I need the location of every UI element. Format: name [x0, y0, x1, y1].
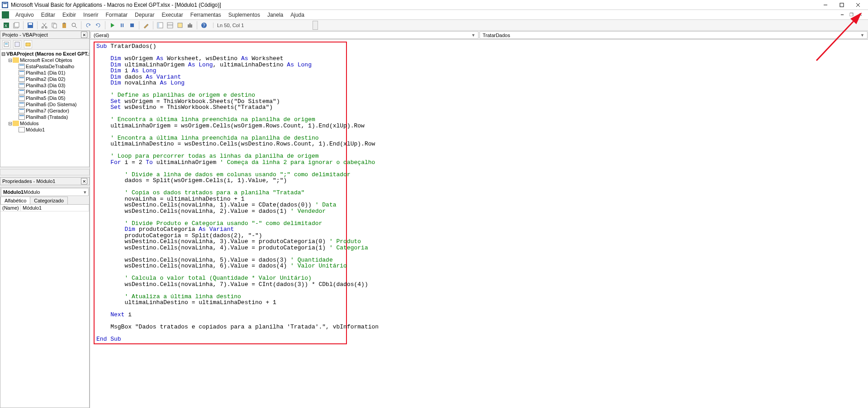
view-code-button[interactable]	[2, 40, 10, 48]
code-line[interactable]	[96, 147, 344, 154]
paste-button[interactable]	[60, 21, 69, 30]
undo-button[interactable]	[84, 21, 93, 30]
maximize-button[interactable]	[834, 0, 850, 10]
code-line[interactable]: ' Loop para percorrer todas as linhas da…	[96, 153, 344, 159]
property-row[interactable]: (Name) Módulo1	[0, 205, 89, 211]
menu-ajuda[interactable]: Ajuda	[287, 11, 308, 19]
code-line[interactable]	[96, 214, 344, 220]
code-line[interactable]: Dim produtoCategoria As Variant	[96, 226, 344, 233]
code-line[interactable]: ultimaLinhaOrigem = wsOrigem.Cells(wsOri…	[96, 123, 344, 129]
horizontal-scrollbar[interactable]	[0, 169, 90, 175]
tree-sheet-item[interactable]: Planilha4 (Dia 04)	[1, 89, 88, 95]
collapse-icon[interactable]: ⊟	[8, 57, 13, 63]
procedure-dropdown[interactable]: TratarDados ▼	[479, 31, 868, 39]
code-line[interactable]: Sub TratarDados()	[96, 43, 344, 50]
tree-module[interactable]: Módulo1	[1, 127, 88, 133]
code-line[interactable]	[96, 111, 344, 117]
toggle-folders-button[interactable]	[24, 40, 32, 48]
code-line[interactable]: Dim dados As Variant	[96, 74, 344, 80]
code-line[interactable]	[96, 184, 344, 190]
code-line[interactable]: dados = Split(wsOrigem.Cells(i, 1).Value…	[96, 178, 344, 184]
properties-object-combo[interactable]: Módulo1 Módulo ▾	[1, 188, 89, 196]
menu-suplementos[interactable]: Suplementos	[225, 11, 264, 19]
toolbar-combo-handle[interactable]	[313, 21, 318, 30]
code-line[interactable]: ' Copia os dados tratados para a planilh…	[96, 190, 344, 196]
tree-project-root[interactable]: ⊟ VBAProject (Macros no Excel GPT.xlsx)	[1, 51, 88, 57]
cut-button[interactable]	[40, 21, 49, 30]
code-line[interactable]	[96, 269, 344, 276]
project-explorer-button[interactable]	[156, 21, 165, 30]
find-button[interactable]	[70, 21, 79, 30]
code-line[interactable]: Dim novaLinha As Long	[96, 80, 344, 86]
view-excel-button[interactable]: X	[2, 21, 11, 30]
code-line[interactable]: wsDestino.Cells(novaLinha, 7).Value = CI…	[96, 281, 344, 288]
tree-sheet-item[interactable]: Planilha2 (Dia 02)	[1, 76, 88, 82]
object-browser-button[interactable]	[175, 21, 185, 30]
code-line[interactable]	[96, 50, 344, 56]
code-line[interactable]: ' Divide a linha de dados em colunas usa…	[96, 172, 344, 178]
code-line[interactable]: ' Calcula o valor total (Quantidade * Va…	[96, 275, 344, 281]
code-line[interactable]: ' Divide Produto e Categoria usando "-" …	[96, 220, 344, 227]
tab-categorizado[interactable]: Categorizado	[30, 197, 67, 204]
tree-sheet-item[interactable]: Planilha6 (Do Sistema)	[1, 101, 88, 108]
code-line[interactable]	[96, 318, 344, 324]
menu-depurar[interactable]: Depurar	[131, 11, 158, 19]
tab-alfabetico[interactable]: Alfabético	[0, 197, 30, 204]
code-line[interactable]	[96, 306, 344, 312]
insert-module-button[interactable]	[12, 21, 21, 30]
menu-janela[interactable]: Janela	[264, 11, 287, 19]
copy-button[interactable]	[50, 21, 59, 30]
code-line[interactable]: Next i	[96, 312, 344, 318]
code-line[interactable]: wsDestino.Cells(novaLinha, 3).Value = pr…	[96, 239, 344, 245]
break-button[interactable]	[118, 21, 127, 30]
tree-sheet-item[interactable]: EstaPastaDeTrabalho	[1, 63, 88, 70]
project-panel-close-icon[interactable]: ✕	[81, 32, 87, 38]
code-line[interactable]: produtoCategoria = Split(dados(2), "-")	[96, 233, 344, 239]
menu-editar[interactable]: Editar	[38, 11, 59, 19]
mdi-close-icon[interactable]: ✕	[857, 12, 863, 18]
properties-grid[interactable]: (Name) Módulo1	[0, 205, 89, 408]
code-line[interactable]	[96, 129, 344, 135]
close-button[interactable]	[850, 0, 866, 10]
help-button[interactable]: ?	[199, 21, 209, 30]
tree-sheet-item[interactable]: Planilha3 (Dia 03)	[1, 82, 88, 89]
code-line[interactable]: Dim wsOrigem As Worksheet, wsDestino As …	[96, 56, 344, 62]
code-editor[interactable]: Sub TratarDados() Dim wsOrigem As Worksh…	[90, 40, 868, 408]
code-line[interactable]: ' Define as planilhas de origem e destin…	[96, 92, 344, 98]
design-mode-button[interactable]	[142, 21, 151, 30]
mdi-minimize-icon[interactable]: ━	[839, 12, 845, 18]
code-line[interactable]: End Sub	[96, 336, 344, 342]
redo-button[interactable]	[94, 21, 103, 30]
object-dropdown[interactable]: (Geral) ▼	[90, 31, 479, 39]
code-line[interactable]: MsgBox "Dados tratados e copiados para a…	[96, 324, 344, 330]
tree-folder-objects[interactable]: ⊟ Microsoft Excel Objetos	[1, 57, 88, 63]
project-tree[interactable]: ⊟ VBAProject (Macros no Excel GPT.xlsx) …	[0, 50, 90, 167]
minimize-button[interactable]	[817, 0, 834, 10]
tree-folder-modules[interactable]: ⊟ Módulos	[1, 120, 88, 127]
code-line[interactable]: novaLinha = ultimaLinhaDestino + 1	[96, 196, 344, 202]
code-line[interactable]: wsDestino.Cells(novaLinha, 4).Value = pr…	[96, 245, 344, 251]
code-line[interactable]: Set wsOrigem = ThisWorkbook.Sheets("Do S…	[96, 98, 344, 105]
menu-inserir[interactable]: Inserir	[80, 11, 102, 19]
menu-ferramentas[interactable]: Ferramentas	[187, 11, 225, 19]
code-line[interactable]	[96, 251, 344, 257]
property-value[interactable]: Módulo1	[21, 205, 89, 211]
run-button[interactable]	[108, 21, 117, 30]
tree-sheet-item[interactable]: Planilha8 (Tratada)	[1, 114, 88, 120]
tree-sheet-item[interactable]: Planilha5 (Dia 05)	[1, 95, 88, 101]
collapse-icon[interactable]: ⊟	[8, 121, 13, 127]
code-line[interactable]: Dim i As Long	[96, 68, 344, 74]
toolbox-button[interactable]	[185, 21, 194, 30]
code-line[interactable]: ultimaLinhaDestino = wsDestino.Cells(wsD…	[96, 141, 344, 147]
code-line[interactable]: ' Encontra a última linha preenchida na …	[96, 135, 344, 141]
excel-icon[interactable]	[2, 11, 9, 19]
code-line[interactable]: wsDestino.Cells(novaLinha, 6).Value = da…	[96, 263, 344, 269]
code-line[interactable]: ' Atualiza a última linha destino	[96, 294, 344, 300]
menu-arquivo[interactable]: Arquivo	[12, 11, 38, 19]
tree-sheet-item[interactable]: Planilha1 (Dia 01)	[1, 70, 88, 76]
code-line[interactable]: ' Encontra a última linha preenchida na …	[96, 117, 344, 123]
save-button[interactable]	[26, 21, 35, 30]
code-line[interactable]	[96, 287, 344, 294]
code-line[interactable]: ultimaLinhaDestino = ultimaLinhaDestino …	[96, 300, 344, 306]
code-line[interactable]: wsDestino.Cells(novaLinha, 5).Value = da…	[96, 257, 344, 263]
